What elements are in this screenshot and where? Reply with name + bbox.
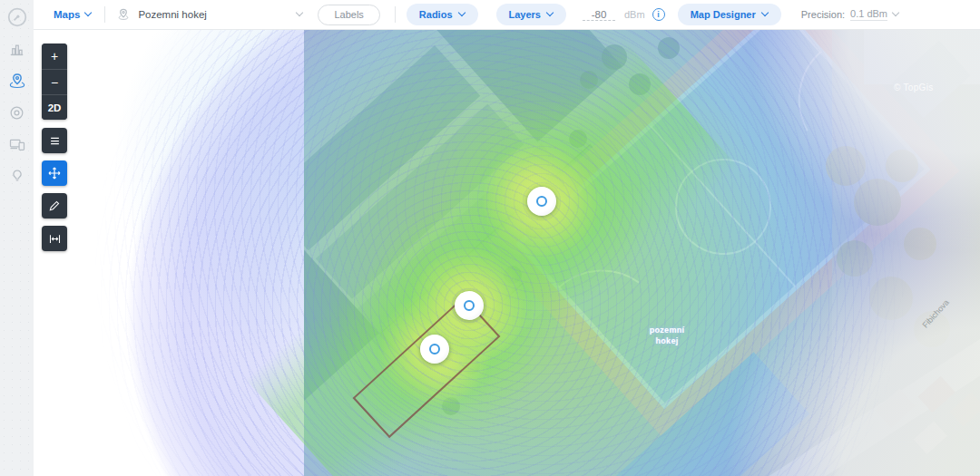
divider (395, 6, 396, 23)
chevron-down-icon (85, 10, 92, 16)
coverage-map[interactable]: pozemní hokej Fibichova © TopGis + − 2D (34, 30, 980, 476)
access-point-led-ring (464, 300, 475, 311)
zoom-control-group: + − 2D (42, 44, 67, 120)
sidebar-item-record[interactable] (5, 103, 29, 121)
top-toolbar: Maps Pozemni hokej Labels Radios Layers … (34, 0, 980, 30)
devices-icon (8, 135, 26, 153)
pencil-icon (48, 199, 61, 212)
list-icon (48, 134, 62, 148)
info-icon[interactable]: i (652, 8, 665, 21)
sidebar-nav (0, 40, 34, 185)
access-point-marker[interactable] (455, 291, 484, 320)
access-point-marker[interactable] (527, 187, 556, 216)
map-select-value: Pozemni hokej (138, 9, 297, 20)
layers-dropdown-button[interactable]: Layers (496, 4, 566, 25)
radios-label: Radios (419, 9, 453, 20)
zoom-out-button[interactable]: − (42, 69, 67, 94)
map-location-icon (8, 72, 26, 90)
precision-dropdown[interactable]: Precision: 0.1 dBm (801, 8, 899, 21)
precision-value: 0.1 dBm (850, 8, 887, 21)
precision-label: Precision: (801, 9, 845, 20)
move-tool-button[interactable] (42, 160, 67, 186)
signal-threshold-group: dBm i (583, 8, 665, 21)
signal-threshold-input[interactable] (583, 9, 615, 21)
maps-menu-label: Maps (54, 9, 80, 20)
chevron-down-icon (762, 10, 769, 16)
zoom-in-button[interactable]: + (42, 44, 67, 69)
maps-menu-button[interactable]: Maps (54, 9, 92, 20)
map-designer-dropdown-button[interactable]: Map Designer (678, 4, 781, 25)
labels-toggle-button[interactable]: Labels (318, 5, 379, 25)
map-tool-palette: + − 2D (42, 44, 67, 251)
radios-dropdown-button[interactable]: Radios (407, 4, 478, 25)
map-pin-icon (116, 7, 131, 22)
map-attribution: © TopGis (894, 83, 934, 92)
lightbulb-icon (9, 168, 25, 184)
view-2d-button[interactable]: 2D (42, 94, 67, 120)
sidebar-item-stats[interactable] (5, 40, 29, 58)
layers-label: Layers (509, 9, 541, 20)
measure-icon (48, 232, 62, 246)
bar-chart-icon (8, 41, 25, 58)
move-icon (47, 166, 62, 180)
chevron-down-icon (459, 10, 466, 16)
circle-dot-icon (8, 104, 25, 121)
divider (104, 6, 105, 23)
measure-tool-button[interactable] (42, 226, 67, 251)
signal-contour-rings (34, 30, 980, 476)
sidebar-item-map-location[interactable] (5, 72, 29, 90)
access-point-marker[interactable] (420, 335, 449, 364)
venue-map-label: pozemní hokej (622, 325, 712, 346)
pencil-tool-button[interactable] (42, 193, 67, 219)
map-designer-label: Map Designer (691, 9, 756, 20)
access-point-led-ring (429, 344, 440, 355)
dbm-unit-label: dBm (624, 9, 645, 20)
sidebar-item-ideas[interactable] (5, 167, 29, 185)
layers-list-button[interactable] (42, 128, 67, 153)
sidebar-item-devices[interactable] (5, 135, 29, 153)
map-select-combobox[interactable]: Pozemni hokej (116, 7, 303, 22)
chevron-down-icon (297, 10, 303, 16)
app-sidebar (0, 0, 34, 476)
access-point-led-ring (536, 196, 547, 207)
chevron-down-icon (547, 10, 554, 16)
app-window: Maps Pozemni hokej Labels Radios Layers … (0, 0, 980, 476)
chevron-down-icon (893, 10, 899, 16)
gauge-logo-icon[interactable] (0, 0, 34, 34)
